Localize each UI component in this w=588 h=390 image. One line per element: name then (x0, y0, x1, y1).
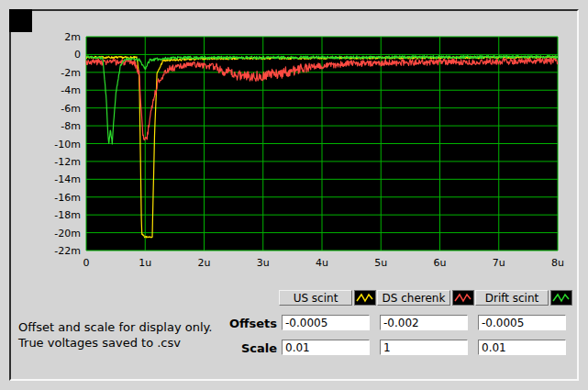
offsets-label: Offsets (204, 317, 277, 330)
glyph-line (455, 295, 471, 301)
scale-input-drift[interactable] (478, 340, 566, 355)
svg-text:0: 0 (83, 257, 90, 269)
svg-text:2m: 2m (64, 31, 81, 43)
glyph-line (357, 295, 372, 301)
svg-text:0: 0 (74, 49, 81, 61)
waveform-graph-plot-area: 2m0-2m-4m-6m-8m-10m-12m-14m-16m-18m-20m-… (28, 28, 574, 283)
svg-text:-10m: -10m (54, 139, 81, 150)
svg-text:3u: 3u (257, 257, 270, 269)
scale-input-us[interactable] (282, 340, 370, 355)
legend-label[interactable]: DS cherenk (377, 290, 450, 306)
svg-text:5u: 5u (374, 257, 387, 269)
svg-text:6u: 6u (434, 257, 447, 269)
svg-text:7u: 7u (493, 257, 505, 269)
legend-item-drift-scint[interactable]: Drift scint (475, 289, 572, 306)
legend-item-ds-cherenk[interactable]: DS cherenk (377, 289, 474, 306)
glyph-svg (356, 292, 374, 304)
svg-text:1u: 1u (139, 257, 151, 269)
svg-text:-22m: -22m (54, 245, 81, 257)
svg-text:-20m: -20m (54, 228, 81, 240)
legend-label[interactable]: US scint (279, 290, 352, 306)
svg-text:-8m: -8m (61, 120, 81, 132)
legend-item-us-scint[interactable]: US scint (279, 289, 376, 306)
svg-text:-14m: -14m (54, 173, 81, 185)
legend-label[interactable]: Drift scint (475, 290, 549, 306)
waveform-glyph-icon[interactable] (354, 290, 376, 306)
svg-text:-16m: -16m (54, 192, 81, 204)
glyph-line (553, 295, 569, 301)
svg-text:8u: 8u (551, 257, 564, 269)
waveform-glyph-icon[interactable] (452, 290, 474, 306)
note-line-2: True voltages saved to .csv (18, 335, 213, 351)
waveform-glyph-icon[interactable] (550, 290, 572, 306)
scale-label: Scale (204, 341, 277, 355)
offset-input-us[interactable] (282, 315, 370, 330)
svg-text:-6m: -6m (61, 103, 81, 115)
svg-text:2u: 2u (198, 257, 211, 269)
glyph-svg (454, 292, 472, 304)
svg-text:4u: 4u (316, 257, 328, 269)
front-panel: 2m0-2m-4m-6m-8m-10m-12m-14m-16m-18m-20m-… (9, 9, 579, 381)
glyph-svg (552, 292, 571, 304)
note-line-1: Offset and scale for display only. (18, 319, 213, 335)
offset-input-ds[interactable] (380, 315, 468, 330)
scale-input-ds[interactable] (380, 340, 468, 355)
svg-text:-12m: -12m (54, 156, 81, 168)
offset-input-drift[interactable] (478, 315, 566, 330)
display-note: Offset and scale for display only. True … (18, 319, 213, 351)
svg-text:-2m: -2m (61, 67, 81, 79)
svg-text:-18m: -18m (54, 209, 81, 221)
svg-text:-4m: -4m (61, 84, 81, 96)
